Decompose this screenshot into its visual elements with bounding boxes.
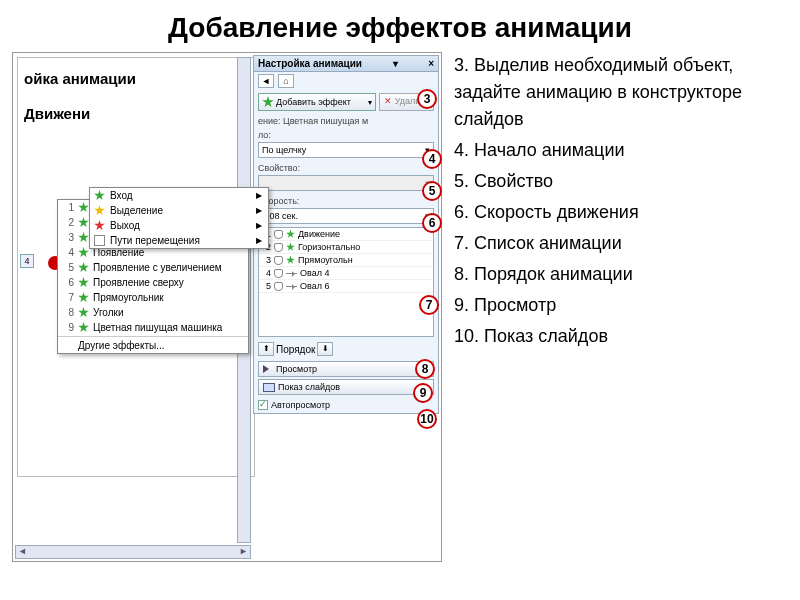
reorder-down-button[interactable]: ⬇ — [317, 342, 333, 356]
submenu-item[interactable]: 7Прямоугольник — [58, 290, 248, 305]
reorder-up-button[interactable]: ⬆ — [258, 342, 274, 356]
callout-10: 10 — [417, 409, 437, 429]
star-icon — [94, 220, 105, 231]
reorder-label: Порядок — [276, 344, 315, 355]
list-item[interactable]: 3Прямоугольн — [259, 254, 433, 267]
mouse-icon — [274, 282, 283, 291]
speed-combo[interactable]: 0,08 сек.▾ — [258, 208, 434, 224]
star-icon — [286, 256, 295, 265]
callout-3: 3 — [417, 89, 437, 109]
checkbox-icon[interactable] — [258, 400, 268, 410]
animation-pane: Настройка анимации ▾ × ◄ ⌂ Добавить эффе… — [253, 55, 439, 414]
slide-text-2: Движени — [24, 105, 248, 122]
star-icon — [94, 205, 105, 216]
home-button[interactable]: ⌂ — [278, 74, 294, 88]
instruction-line: 9. Просмотр — [454, 292, 788, 319]
preview-button[interactable]: Просмотр — [258, 361, 434, 377]
property-label: Свойство: — [254, 161, 438, 175]
screen-icon — [263, 383, 275, 392]
autoprev-row[interactable]: Автопросмотр — [254, 397, 438, 413]
list-item[interactable]: 5Овал 6 — [259, 280, 433, 293]
effect-type-menu: Вход▶ Выделение▶ Выход▶ Пути перемещения… — [89, 187, 269, 249]
animation-list[interactable]: 1Движение 2Горизонтально 3Прямоугольн 4О… — [258, 227, 434, 337]
star-icon — [78, 307, 89, 318]
path-icon — [94, 235, 105, 246]
mouse-icon — [274, 230, 283, 239]
callout-7: 7 — [419, 295, 439, 315]
instruction-line: 5. Свойство — [454, 168, 788, 195]
star-icon — [78, 232, 89, 243]
submenu-item[interactable]: 9Цветная пишущая машинка — [58, 320, 248, 335]
add-effect-button[interactable]: Добавить эффект▾ — [258, 93, 376, 111]
line-icon — [286, 273, 297, 274]
star-icon — [78, 247, 89, 258]
star-icon — [262, 96, 274, 108]
property-combo: ▾ — [258, 175, 434, 191]
star-icon — [78, 262, 89, 273]
star-icon — [78, 322, 89, 333]
list-item[interactable]: 1Движение — [259, 228, 433, 241]
menu-emphasis[interactable]: Выделение▶ — [90, 203, 268, 218]
back-button[interactable]: ◄ — [258, 74, 274, 88]
start-label: ло: — [254, 128, 438, 142]
page-title: Добавление эффектов анимации — [0, 0, 800, 52]
callout-9: 9 — [413, 383, 433, 403]
screenshot-panel: ойка анимации Движени 4 1Вылет 2Жалюзи 3… — [12, 52, 442, 562]
menu-exit[interactable]: Выход▶ — [90, 218, 268, 233]
anim-step-tag: 4 — [20, 254, 34, 268]
instruction-line: 3. Выделив необходимый объект, задайте а… — [454, 52, 788, 133]
mouse-icon — [274, 256, 283, 265]
horizontal-scrollbar[interactable] — [15, 545, 251, 559]
pane-header: Настройка анимации ▾ × — [254, 56, 438, 72]
star-icon — [78, 202, 89, 213]
menu-motion-paths[interactable]: Пути перемещения▶ — [90, 233, 268, 248]
speed-label: Скорость: — [254, 194, 438, 208]
callout-5: 5 — [422, 181, 442, 201]
submenu-item[interactable]: 8Уголки — [58, 305, 248, 320]
instruction-line: 8. Порядок анимации — [454, 261, 788, 288]
mouse-icon — [274, 269, 283, 278]
instruction-line: 6. Скорость движения — [454, 199, 788, 226]
star-icon — [286, 243, 295, 252]
close-icon[interactable]: × — [428, 58, 434, 69]
dropdown-arrow-icon[interactable]: ▾ — [393, 58, 398, 69]
callout-6: 6 — [422, 213, 442, 233]
instructions: 3. Выделив необходимый объект, задайте а… — [442, 52, 788, 562]
instruction-line: 7. Список анимации — [454, 230, 788, 257]
callout-4: 4 — [422, 149, 442, 169]
submenu-item[interactable]: 5Проявление с увеличением — [58, 260, 248, 275]
change-label: ение: Цветная пишущая м — [254, 114, 438, 128]
menu-entrance[interactable]: Вход▶ — [90, 188, 268, 203]
slideshow-button[interactable]: Показ слайдов — [258, 379, 434, 395]
star-icon — [94, 190, 105, 201]
list-item[interactable]: 4Овал 4 — [259, 267, 433, 280]
star-icon — [78, 292, 89, 303]
instruction-line: 10. Показ слайдов — [454, 323, 788, 350]
list-item[interactable]: 2Горизонтально — [259, 241, 433, 254]
mouse-icon — [274, 243, 283, 252]
line-icon — [286, 286, 297, 287]
start-combo[interactable]: По щелчку▾ — [258, 142, 434, 158]
star-icon — [78, 217, 89, 228]
submenu-more[interactable]: Другие эффекты... — [58, 338, 248, 353]
star-icon — [286, 230, 295, 239]
callout-8: 8 — [415, 359, 435, 379]
submenu-item[interactable]: 6Проявление сверху — [58, 275, 248, 290]
star-icon — [78, 277, 89, 288]
instruction-line: 4. Начало анимации — [454, 137, 788, 164]
play-icon — [263, 365, 273, 373]
slide-text-1: ойка анимации — [24, 70, 248, 87]
